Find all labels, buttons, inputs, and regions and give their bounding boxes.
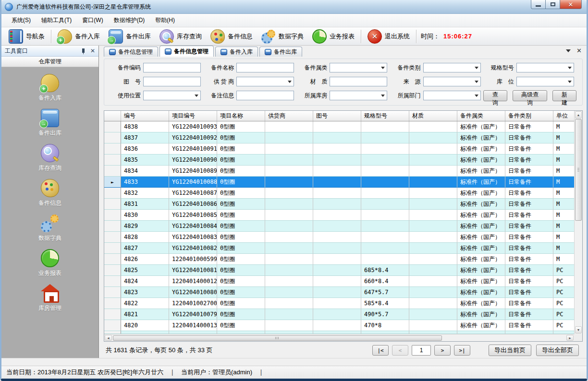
stock-query-button[interactable]: 库存查询 (155, 28, 206, 45)
table-row[interactable]: 4836YG122040100910型圈标准件（国产）日常备件M (104, 143, 574, 155)
tab-list-dropdown-icon[interactable] (566, 49, 571, 52)
exit-system-button[interactable]: 退出系统 (363, 28, 414, 45)
column-header[interactable]: 图号 (313, 111, 361, 121)
row-selector[interactable] (104, 243, 121, 254)
menu-item[interactable]: 数据维护(D) (109, 14, 150, 26)
spec-model-select[interactable] (516, 63, 574, 72)
export-all-pages-button[interactable]: 导出全部页 (536, 345, 579, 356)
tab-parts-inbound[interactable]: 备件入库 (215, 47, 258, 57)
row-selector[interactable] (104, 121, 121, 132)
row-selector[interactable] (104, 276, 121, 287)
table-row[interactable]: 4834YG122040100890型圈标准件（国产）日常备件M (104, 166, 574, 177)
remark-field[interactable] (236, 91, 294, 100)
column-header[interactable]: 规格型号 (361, 111, 409, 121)
sidebar-item-parts-info[interactable]: 备件信息 (38, 179, 61, 207)
part-name-field[interactable] (236, 63, 294, 72)
minimize-button[interactable] (531, 0, 546, 9)
table-row[interactable]: 4838YG122040100930型圈标准件（国产）日常备件M (104, 121, 574, 132)
column-header[interactable]: 备件类别 (505, 111, 553, 121)
horizontal-scroll-thumb[interactable] (113, 335, 442, 341)
data-dictionary-button[interactable]: 数据字典 (257, 28, 308, 45)
row-selector[interactable]: ► (104, 177, 121, 188)
first-page-button[interactable]: |< (372, 345, 389, 356)
table-row[interactable]: 4837YG122040100920型圈标准件（国产）日常备件M (104, 132, 574, 143)
tab-parts-info-management-1[interactable]: 备件信息管理 (104, 47, 158, 57)
new-button[interactable]: 新建 (552, 90, 576, 101)
table-row[interactable]: 4835YG122040100900型圈标准件（国产）日常备件M (104, 155, 574, 166)
advanced-query-button[interactable]: 高级查询 (513, 90, 547, 101)
vertical-scroll-track[interactable] (575, 221, 582, 326)
scroll-down-icon[interactable]: ▼ (575, 326, 582, 333)
table-row[interactable]: 4828YG122040100830型圈标准件（国产）日常备件M (104, 232, 574, 243)
nav-bar-button[interactable]: 导航条 (4, 28, 49, 45)
parts-info-button[interactable]: 备件信息 (206, 28, 257, 45)
row-selector[interactable] (104, 143, 121, 155)
row-selector[interactable] (104, 298, 121, 309)
scroll-right-icon[interactable]: ► (566, 335, 574, 341)
table-row[interactable]: 4825YG122040100810型圈685*8.4标准件（国产）日常备件PC (104, 265, 574, 276)
row-selector[interactable] (104, 132, 121, 143)
menu-item[interactable]: 辅助工具(T) (36, 14, 77, 26)
menu-item[interactable]: 窗口(W) (77, 14, 108, 26)
part-category-select[interactable] (330, 63, 387, 72)
sidebar-item-parts-outbound[interactable]: 备件出库 (38, 109, 61, 137)
column-header[interactable]: 单位 (553, 111, 574, 121)
sidebar-item-business-report[interactable]: 业务报表 (38, 249, 61, 277)
table-row[interactable]: 4823YG122040100800型圈647*5.7标准件（国产）日常备件PC (104, 287, 574, 298)
row-selector[interactable] (104, 155, 121, 166)
row-selector[interactable] (104, 221, 121, 232)
row-selector[interactable] (104, 166, 121, 177)
menu-item[interactable]: 帮助(H) (150, 14, 180, 26)
maximize-button[interactable] (546, 0, 560, 9)
column-header[interactable]: 材质 (409, 111, 457, 121)
table-row[interactable]: 4829YG122040100840型圈标准件（国产）日常备件M (104, 221, 574, 232)
query-button[interactable]: 查询 (483, 90, 507, 101)
row-selector[interactable] (104, 210, 121, 221)
location-select[interactable] (516, 77, 574, 86)
part-code-field[interactable] (143, 63, 201, 72)
vertical-scrollbar[interactable]: ▲ ▼ (574, 111, 582, 334)
sidebar-item-data-dictionary[interactable]: 数据字典 (38, 214, 61, 242)
vertical-scroll-thumb[interactable] (575, 119, 582, 221)
close-icon[interactable]: ✕ (90, 48, 95, 54)
row-selector[interactable] (104, 320, 121, 331)
page-input[interactable] (412, 345, 431, 356)
row-selector[interactable] (104, 232, 121, 243)
tab-parts-info-management-2[interactable]: 备件信息管理 (159, 46, 214, 57)
sidebar-item-warehouse-management[interactable]: 库房管理 (38, 284, 61, 312)
table-row[interactable]: 482612204010005990型圈标准件（国产）日常备件M (104, 254, 574, 265)
column-header[interactable]: 项目名称 (217, 111, 265, 121)
table-row[interactable]: 482412204014000120型圈660*8.4标准件（国产）日常备件PC (104, 276, 574, 287)
column-header[interactable]: 供货商 (265, 111, 313, 121)
export-current-page-button[interactable]: 导出当前页 (489, 345, 531, 356)
sidebar-item-parts-inbound[interactable]: 备件入库 (38, 74, 61, 102)
close-tab-icon[interactable]: ✕ (576, 48, 582, 54)
table-row[interactable]: 4827YG122040100820型圈标准件（国产）日常备件M (104, 243, 574, 254)
next-page-button[interactable]: > (434, 345, 451, 356)
table-row[interactable]: 4830YG122040100850型圈标准件（国产）日常备件M (104, 210, 574, 221)
row-selector[interactable] (104, 287, 121, 298)
column-header[interactable]: 备件属类 (457, 111, 505, 121)
tab-parts-outbound[interactable]: 备件出库 (259, 47, 302, 57)
prev-page-button[interactable]: < (392, 345, 408, 356)
scroll-up-icon[interactable]: ▲ (575, 111, 582, 119)
table-row[interactable]: 4821YG122040100790型圈490*5.7标准件（国产）日常备件PC (104, 309, 574, 320)
drawing-no-field[interactable] (143, 77, 201, 86)
column-header[interactable]: 编号 (121, 111, 169, 121)
row-selector[interactable] (104, 254, 121, 265)
table-row[interactable]: ►4833YG122040100880型圈标准件（国产）日常备件M (104, 177, 574, 188)
usage-position-select[interactable] (143, 91, 201, 100)
supplier-select[interactable] (236, 77, 294, 86)
row-selector[interactable] (104, 265, 121, 276)
part-type-select[interactable] (423, 63, 481, 72)
last-page-button[interactable]: >| (454, 345, 470, 356)
row-selector[interactable] (104, 199, 121, 210)
parts-outbound-button[interactable]: 备件出库 (104, 28, 155, 45)
close-button[interactable]: ✕ (560, 0, 582, 9)
column-header[interactable]: 项目编号 (169, 111, 217, 121)
horizontal-scrollbar[interactable]: ◄ ► (104, 334, 574, 341)
scroll-left-icon[interactable]: ◄ (105, 335, 112, 341)
sidebar-item-stock-query[interactable]: 库存查询 (38, 144, 61, 172)
parts-inbound-button[interactable]: 备件入库 (53, 28, 104, 45)
material-field[interactable] (330, 77, 387, 86)
